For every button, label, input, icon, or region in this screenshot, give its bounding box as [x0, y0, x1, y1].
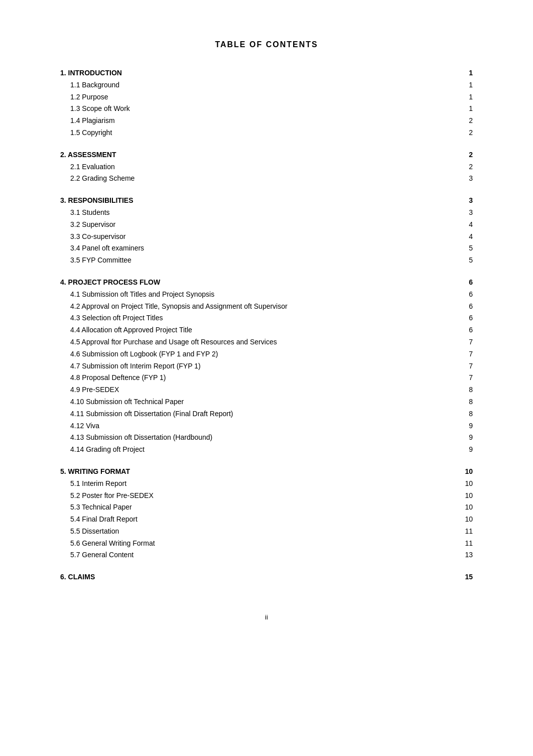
toc-item-label: 2.1 Evaluation — [70, 161, 458, 173]
toc-item-page: 10 — [458, 501, 473, 514]
toc-item-page: 4 — [458, 231, 473, 243]
toc-item-page: 8 — [458, 396, 473, 408]
toc-item: 4.6 Submission oft Logbook (FYP 1 and FY… — [60, 348, 473, 360]
toc-item-label: 4.7 Submission oft Interim Report (FYP 1… — [70, 360, 458, 372]
toc-item-label: 3.2 Supervisor — [70, 219, 458, 231]
toc-section-section-6: 6. CLAIMS15 — [60, 571, 473, 583]
toc-item: 1.1 Background1 — [60, 79, 473, 91]
toc-item: 4.5 Approval ftor Purchase and Usage oft… — [60, 336, 473, 348]
toc-item-label: 4.11 Submission oft Dissertation (Final … — [70, 408, 458, 420]
toc-item: 1.2 Purpose1 — [60, 91, 473, 103]
toc-item-label: 5.3 Technical Paper — [70, 501, 458, 514]
toc-item-label: 4.6 Submission oft Logbook (FYP 1 and FY… — [70, 348, 458, 360]
toc-section-section-5: 5. WRITING FORMAT105.1 Interim Report105… — [60, 466, 473, 561]
toc-item: 4.2 Approval on Project Title, Synopsis … — [60, 301, 473, 313]
toc-item-page: 3 — [458, 173, 473, 185]
toc-item-page: 2 — [458, 115, 473, 127]
toc-item: 5.3 Technical Paper10 — [60, 501, 473, 514]
toc-item: 4.8 Proposal Deftence (FYP 1)7 — [60, 372, 473, 384]
toc-item-label: 1.1 Background — [70, 79, 458, 91]
toc-section-section-4: 4. PROJECT PROCESS FLOW64.1 Submission o… — [60, 277, 473, 456]
toc-header-section-5: 5. WRITING FORMAT10 — [60, 466, 473, 478]
toc-item-page: 1 — [458, 79, 473, 91]
toc-item-page: 9 — [458, 432, 473, 444]
toc-item-page: 9 — [458, 444, 473, 456]
toc-header-label: 4. PROJECT PROCESS FLOW — [60, 277, 458, 289]
toc-item: 3.2 Supervisor4 — [60, 219, 473, 231]
toc-item-label: 1.2 Purpose — [70, 91, 458, 103]
toc-header-section-4: 4. PROJECT PROCESS FLOW6 — [60, 277, 473, 289]
toc-item-page: 2 — [458, 161, 473, 173]
toc-item: 4.4 Allocation oft Approved Project Titl… — [60, 324, 473, 336]
page-footer: ii — [60, 613, 473, 621]
toc-item: 4.1 Submission oft Titles and Project Sy… — [60, 289, 473, 301]
toc-item: 1.3 Scope oft Work1 — [60, 103, 473, 115]
toc-item: 5.1 Interim Report10 — [60, 478, 473, 490]
toc-item: 4.10 Submission oft Technical Paper8 — [60, 396, 473, 408]
toc-header-section-2: 2. ASSESSMENT2 — [60, 149, 473, 161]
toc-header-page: 2 — [458, 149, 473, 161]
toc-header-page: 3 — [458, 195, 473, 207]
toc-item-page: 10 — [458, 514, 473, 526]
toc-header-section-3: 3. RESPONSIBILITIES3 — [60, 195, 473, 207]
toc-item-page: 6 — [458, 289, 473, 301]
toc-item: 1.5 Copyright2 — [60, 127, 473, 139]
toc-header-label: 6. CLAIMS — [60, 571, 458, 583]
toc-item-page: 10 — [458, 490, 473, 502]
toc-item: 5.4 Final Draft Report10 — [60, 514, 473, 526]
toc-item-page: 7 — [458, 372, 473, 384]
toc-header-label: 1. INTRODUCTION — [60, 67, 458, 79]
toc-header-section-1: 1. INTRODUCTION1 — [60, 67, 473, 79]
toc-item: 2.1 Evaluation2 — [60, 161, 473, 173]
toc-header-page: 10 — [458, 466, 473, 478]
toc-item-label: 3.3 Co-supervisor — [70, 231, 458, 243]
toc-item: 3.4 Panel oft examiners5 — [60, 242, 473, 255]
page-container: TABLE OF CONTENTS 1. INTRODUCTION11.1 Ba… — [60, 40, 473, 621]
toc-item: 2.2 Grading Scheme3 — [60, 173, 473, 185]
toc-item-label: 4.5 Approval ftor Purchase and Usage oft… — [70, 336, 458, 348]
page-title: TABLE OF CONTENTS — [60, 40, 473, 49]
toc-item-page: 1 — [458, 103, 473, 115]
toc-item-label: 5.5 Dissertation — [70, 526, 458, 538]
toc-item-label: 4.13 Submission oft Dissertation (Hardbo… — [70, 432, 458, 444]
toc-item: 5.7 General Content13 — [60, 549, 473, 561]
toc-item: 5.5 Dissertation11 — [60, 526, 473, 538]
toc-header-section-6: 6. CLAIMS15 — [60, 571, 473, 583]
toc-item-page: 8 — [458, 408, 473, 420]
toc-item: 4.9 Pre-SEDEX8 — [60, 384, 473, 396]
toc-item: 4.14 Grading oft Project9 — [60, 444, 473, 456]
toc-item-page: 7 — [458, 360, 473, 372]
toc-item-page: 6 — [458, 312, 473, 324]
toc-item-label: 5.2 Poster ftor Pre-SEDEX — [70, 490, 458, 502]
toc-item-page: 6 — [458, 324, 473, 336]
toc-item-page: 10 — [458, 478, 473, 490]
toc-item-page: 7 — [458, 348, 473, 360]
toc-content: 1. INTRODUCTION11.1 Background11.2 Purpo… — [60, 67, 473, 583]
toc-item-label: 4.3 Selection oft Project Titles — [70, 312, 458, 324]
toc-item-page: 1 — [458, 91, 473, 103]
toc-item-label: 4.10 Submission oft Technical Paper — [70, 396, 458, 408]
toc-item-label: 4.9 Pre-SEDEX — [70, 384, 458, 396]
toc-item-label: 5.7 General Content — [70, 549, 458, 561]
toc-item: 4.11 Submission oft Dissertation (Final … — [60, 408, 473, 420]
toc-item-page: 9 — [458, 420, 473, 432]
toc-section-section-3: 3. RESPONSIBILITIES33.1 Students33.2 Sup… — [60, 195, 473, 267]
toc-item-label: 5.4 Final Draft Report — [70, 514, 458, 526]
toc-header-label: 2. ASSESSMENT — [60, 149, 458, 161]
toc-item-page: 5 — [458, 242, 473, 255]
toc-item: 4.3 Selection oft Project Titles6 — [60, 312, 473, 324]
toc-item-page: 2 — [458, 127, 473, 139]
toc-item-page: 5 — [458, 255, 473, 267]
toc-section-section-2: 2. ASSESSMENT22.1 Evaluation22.2 Grading… — [60, 149, 473, 185]
toc-item: 5.6 General Writing Format11 — [60, 538, 473, 550]
toc-item-label: 5.1 Interim Report — [70, 478, 458, 490]
toc-item-page: 3 — [458, 207, 473, 219]
toc-item-label: 3.4 Panel oft examiners — [70, 242, 458, 255]
toc-item-page: 6 — [458, 301, 473, 313]
toc-header-label: 5. WRITING FORMAT — [60, 466, 458, 478]
toc-header-page: 15 — [458, 571, 473, 583]
toc-item-label: 4.1 Submission oft Titles and Project Sy… — [70, 289, 458, 301]
toc-section-section-1: 1. INTRODUCTION11.1 Background11.2 Purpo… — [60, 67, 473, 139]
toc-header-page: 1 — [458, 67, 473, 79]
toc-item-label: 4.4 Allocation oft Approved Project Titl… — [70, 324, 458, 336]
